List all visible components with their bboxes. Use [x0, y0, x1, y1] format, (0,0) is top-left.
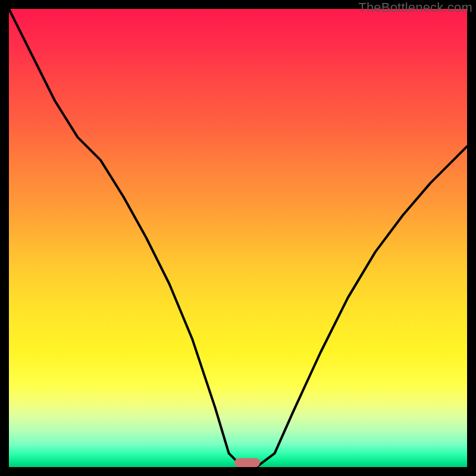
curve-path	[9, 9, 467, 467]
watermark-text: TheBottleneck.com	[358, 0, 472, 15]
optimal-marker	[234, 458, 259, 467]
bottleneck-curve	[9, 9, 467, 467]
chart-frame	[9, 9, 467, 467]
